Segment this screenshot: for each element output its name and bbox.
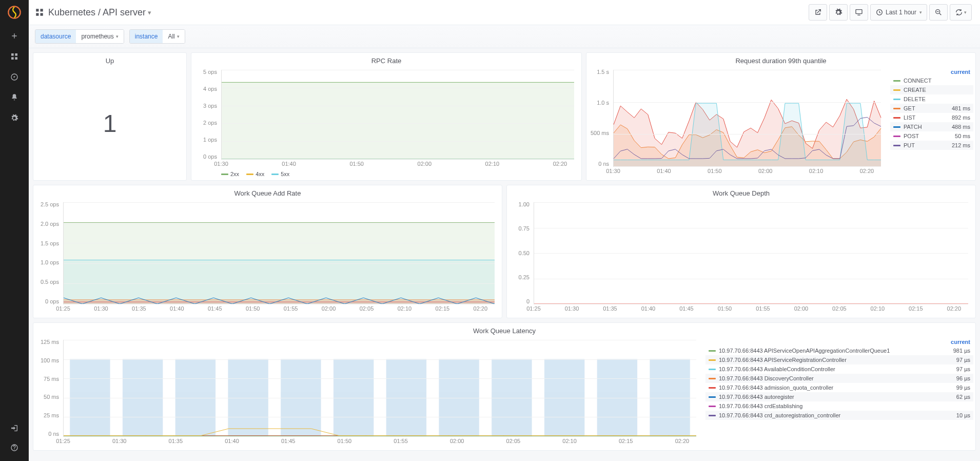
refresh-button[interactable]: ▾ <box>950 4 972 21</box>
dashboard-crumb-icon <box>35 8 44 17</box>
legend-item[interactable]: 10.97.70.66:8443 admission_quota_control… <box>705 383 973 392</box>
var-datasource-label: datasource <box>35 30 76 43</box>
help-icon[interactable] <box>9 443 19 453</box>
panel-up[interactable]: Up 1 <box>33 52 187 181</box>
legend-item[interactable]: LIST892 ms <box>890 113 973 122</box>
panel-title: Work Queue Depth <box>507 185 975 199</box>
svg-marker-14 <box>222 82 574 159</box>
panel-title: Up <box>33 53 186 67</box>
chart-wqa: 2.5 ops2.0 ops1.5 ops1.0 ops0.5 ops0 ops… <box>35 201 497 315</box>
panel-title: Work Queue Add Rate <box>33 185 502 199</box>
signin-icon[interactable] <box>9 423 19 433</box>
svg-marker-23 <box>64 260 495 304</box>
legend-item[interactable]: 5xx <box>271 171 289 177</box>
legend-item[interactable]: CREATE <box>890 85 973 94</box>
panel-request-duration[interactable]: Request duration 99th quantile 1.5 s1.0 … <box>586 52 976 181</box>
legend-item[interactable]: DELETE <box>890 94 973 104</box>
panel-work-queue-latency[interactable]: Work Queue Latency 125 ms100 ms75 ms50 m… <box>33 322 976 451</box>
svg-rect-11 <box>856 10 862 14</box>
legend-item[interactable]: 10.97.70.66:8443 AvailableConditionContr… <box>705 364 973 374</box>
panel-title: RPC Rate <box>191 53 581 67</box>
svg-rect-7 <box>36 9 38 11</box>
legend-item[interactable]: 10.97.70.66:8443 DiscoveryController96 µ… <box>705 374 973 383</box>
svg-rect-3 <box>11 57 14 60</box>
grafana-logo[interactable] <box>6 4 23 21</box>
panel-rpc-rate[interactable]: RPC Rate 5 ops4 ops3 ops2 ops1 ops0 ops … <box>191 52 582 181</box>
svg-rect-4 <box>15 57 17 60</box>
share-button[interactable] <box>809 4 827 21</box>
legend-item[interactable]: 10.97.70.66:8443 crdEstablishing <box>705 401 973 411</box>
var-instance: instance All▾ <box>129 29 185 44</box>
cycle-view-button[interactable] <box>850 4 868 21</box>
legend: current CONNECTCREATEDELETEGET481 msLIST… <box>888 67 975 180</box>
svg-rect-8 <box>41 9 43 11</box>
var-datasource-value[interactable]: prometheus▾ <box>76 30 123 43</box>
dashboard-icon[interactable] <box>9 51 19 62</box>
plus-icon[interactable] <box>9 31 19 41</box>
legend-item[interactable]: GET481 ms <box>890 104 973 113</box>
var-datasource: datasource prometheus▾ <box>35 29 124 44</box>
var-instance-label: instance <box>130 30 163 43</box>
legend-item[interactable]: 2xx <box>221 171 239 177</box>
legend-item[interactable]: 4xx <box>246 171 264 177</box>
timerange-button[interactable]: Last 1 hour ▾ <box>870 4 927 21</box>
zoom-out-button[interactable] <box>929 4 948 21</box>
legend-item[interactable]: PUT212 ms <box>890 141 973 150</box>
dashboard-grid: Up 1 RPC Rate 5 ops4 ops3 ops2 ops1 ops0… <box>29 48 980 455</box>
chart-dur: 1.5 s1.0 s500 ms0 ns 01:3001:4001:5002:0… <box>589 69 883 177</box>
legend: current 10.97.70.66:8443 APIServiceOpenA… <box>703 337 975 450</box>
svg-rect-1 <box>11 53 14 56</box>
chart-rpc: 5 ops4 ops3 ops2 ops1 ops0 ops 01:3001:4… <box>193 69 576 170</box>
bell-icon[interactable] <box>9 92 19 103</box>
legend-item[interactable]: CONNECT <box>890 76 973 85</box>
sidebar <box>0 0 29 455</box>
legend-item[interactable]: POST50 ms <box>890 131 973 141</box>
panel-title: Work Queue Latency <box>33 323 975 337</box>
panel-work-queue-add-rate[interactable]: Work Queue Add Rate 2.5 ops2.0 ops1.5 op… <box>33 185 502 318</box>
explore-icon[interactable] <box>9 72 19 82</box>
legend-item[interactable]: PATCH488 ms <box>890 122 973 131</box>
panel-title: Request duration 99th quantile <box>586 53 975 67</box>
svg-rect-9 <box>36 13 38 16</box>
toolbar: Kubernetes / API server ▾ Last 1 hour ▾ … <box>29 0 980 25</box>
settings-button[interactable] <box>829 4 848 21</box>
svg-rect-10 <box>41 13 43 16</box>
stat-value: 1 <box>33 67 186 180</box>
timerange-label: Last 1 hour <box>886 9 916 16</box>
legend-item[interactable]: 10.97.70.66:8443 APIServiceOpenAPIAggreg… <box>705 346 973 355</box>
dashboard-title[interactable]: Kubernetes / API server <box>48 7 146 18</box>
chart-lat: 125 ms100 ms75 ms50 ms25 ms0 ns 01:2501:… <box>35 339 698 447</box>
legend-header: current <box>890 68 973 76</box>
panel-work-queue-depth[interactable]: Work Queue Depth 1.000.750.500.250 01:25… <box>506 185 976 318</box>
legend: 2xx4xx5xx <box>193 170 576 177</box>
legend-item[interactable]: 10.97.70.66:8443 APIServiceRegistrationC… <box>705 355 973 364</box>
chevron-down-icon[interactable]: ▾ <box>148 9 151 16</box>
gear-icon[interactable] <box>9 113 19 123</box>
svg-rect-2 <box>15 53 17 56</box>
variable-bar: datasource prometheus▾ instance All▾ <box>29 25 980 48</box>
legend-item[interactable]: 10.97.70.66:8443 crd_autoregistration_co… <box>705 411 973 420</box>
chart-wqd: 1.000.750.500.250 01:2501:3001:3501:4001… <box>509 201 970 315</box>
legend-item[interactable]: 10.97.70.66:8443 autoregister62 µs <box>705 392 973 401</box>
legend-header: current <box>705 338 973 346</box>
var-instance-value[interactable]: All▾ <box>163 30 184 43</box>
